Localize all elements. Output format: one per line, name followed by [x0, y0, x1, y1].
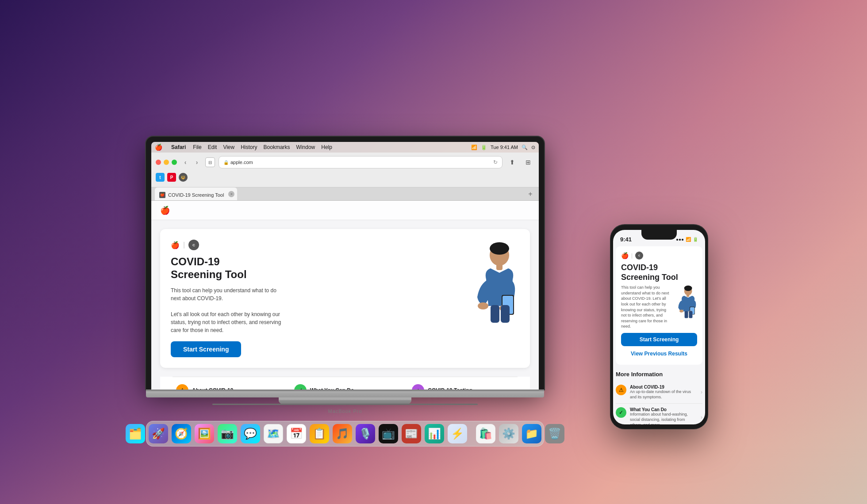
pinterest-icon: P	[170, 175, 173, 180]
share-button[interactable]: ⬆	[506, 156, 518, 168]
address-text[interactable]: apple.com	[230, 160, 253, 165]
macbook-display: 🍎 Safari File Edit View History Bookmark…	[151, 142, 539, 389]
menu-file[interactable]: File	[193, 144, 201, 150]
forward-button[interactable]: ›	[192, 157, 202, 167]
what-you-can-do-icon: ✓	[294, 384, 307, 389]
iphone-view-previous-button[interactable]: View Previous Results	[621, 348, 697, 359]
svg-point-10	[684, 286, 692, 291]
iphone-apple-logo: 🍎	[621, 252, 629, 259]
more-info-item-title-0: About COVID-19	[630, 385, 697, 389]
info-what-you-can-do: ✓ What You Can Do Information about soci…	[291, 384, 400, 389]
svg-rect-8	[496, 264, 503, 270]
close-button[interactable]	[156, 160, 161, 165]
dock-icon-photos[interactable]: 🖼️	[195, 424, 214, 443]
dock-icon-finder[interactable]: 🗂️	[126, 424, 145, 443]
dock: 🗂️ 🚀 🧭 🖼️ 📷 💬 🗺️ 📅 📋 🎵 🎙️ 📺 📰 📊 ⚡ 🛍️ ⚙️ …	[146, 421, 544, 447]
maximize-button[interactable]	[172, 160, 177, 165]
person-illustration-svg	[462, 240, 519, 328]
website-nav: 🍎	[151, 201, 539, 220]
start-screening-button[interactable]: Start Screening	[171, 341, 241, 357]
info-testing-header: + COVID-19 Testing	[412, 384, 514, 389]
apple-menu-icon[interactable]: 🍎	[155, 144, 162, 151]
iphone-website-content: 🍎 | C COVID-19Screening Tool This tool c…	[616, 246, 702, 365]
menu-edit[interactable]: Edit	[208, 144, 217, 150]
info-about-covid: ⚠ About COVID-19 An up-to-date rundown o…	[173, 384, 282, 389]
iphone-person-svg	[673, 285, 697, 320]
menu-bar-right: 📶 🔋 Tue 9:41 AM 🔍 ⊙	[471, 145, 535, 150]
siri-icon[interactable]: ⊙	[531, 145, 535, 150]
bookmarks-bar: t P 🔱	[156, 171, 534, 183]
other-bookmark[interactable]: 🔱	[179, 173, 188, 182]
more-info-item-1[interactable]: ✓ What You Can Do Information about hand…	[616, 404, 702, 424]
more-info-item-0[interactable]: ⚠ About COVID-19 An up-to-date rundown o…	[616, 381, 702, 404]
dock-icon-activity[interactable]: ⚡	[448, 424, 467, 443]
start-screening-label: Start Screening	[183, 346, 229, 353]
info-about-header: ⚠ About COVID-19	[176, 384, 278, 389]
menu-bookmarks[interactable]: Bookmarks	[264, 144, 290, 150]
signal-icon: ●●●	[676, 237, 684, 242]
battery-status-icon: 🔋	[693, 237, 698, 242]
dock-icon-appstore[interactable]: 🛍️	[476, 424, 495, 443]
menu-help[interactable]: Help	[321, 144, 332, 150]
dock-icon-news[interactable]: 📰	[402, 424, 421, 443]
new-tab-from-bar[interactable]: ⊞	[522, 156, 534, 168]
pinterest-bookmark[interactable]: P	[167, 173, 176, 182]
twitter-bookmark[interactable]: t	[156, 173, 165, 182]
menu-history[interactable]: History	[241, 144, 257, 150]
iphone: 9:41 ●●● 📶 🔋 🍎 | C COVID-19Screening Too…	[610, 225, 708, 429]
menu-bar-items: File Edit View History Bookmarks Window …	[193, 144, 332, 150]
dock-icon-maps[interactable]: 🗺️	[264, 424, 283, 443]
safari-menu-item[interactable]: Safari	[171, 144, 186, 150]
sidebar-toggle[interactable]: ⊟	[205, 157, 215, 167]
hero-left: 🍎 | C COVID-19Screening Tool	[171, 240, 453, 357]
info-sections-container: ⚠ About COVID-19 An up-to-date rundown o…	[160, 377, 530, 389]
dock-icon-podcasts[interactable]: 🎙️	[356, 424, 375, 443]
menu-view[interactable]: View	[223, 144, 234, 150]
iphone-illustration	[673, 285, 697, 322]
hero-section: 🍎 | C COVID-19Screening Tool	[160, 229, 530, 368]
reload-icon[interactable]: ↻	[493, 159, 498, 165]
menu-window[interactable]: Window	[296, 144, 315, 150]
dock-icon-music[interactable]: 🎵	[333, 424, 352, 443]
cdc-logo: C	[188, 240, 199, 250]
back-button[interactable]: ‹	[180, 157, 190, 167]
nav-buttons: ‹ ›	[180, 157, 202, 167]
bookmark-icon-3: 🔱	[181, 176, 185, 179]
iphone-view-previous-label: View Previous Results	[631, 351, 687, 357]
menu-bar: 🍎 Safari File Edit View History Bookmark…	[151, 142, 539, 153]
dock-icon-files[interactable]: 📁	[522, 424, 541, 443]
dock-icon-safari[interactable]: 🧭	[172, 424, 191, 443]
dock-icon-trash[interactable]: 🗑️	[545, 424, 564, 443]
svg-point-1	[490, 242, 509, 255]
iphone-start-label: Start Screening	[640, 336, 679, 343]
minimize-button[interactable]	[164, 160, 169, 165]
search-icon[interactable]: 🔍	[522, 145, 528, 150]
iphone-notch	[641, 230, 677, 240]
macbook-screen: 🍎 Safari File Edit View History Bookmark…	[146, 137, 544, 389]
dock-icon-calendar[interactable]: 📅	[287, 424, 306, 443]
hero-logos: 🍎 | C	[171, 240, 453, 250]
cdc-text: C	[192, 243, 195, 247]
safari-window: ‹ › ⊟ 🔒 apple.com ↻	[151, 153, 539, 389]
address-bar[interactable]: 🔒 apple.com ↻	[219, 156, 503, 168]
dock-icon-facetime[interactable]: 📷	[218, 424, 237, 443]
safari-toolbar-row: ‹ › ⊟ 🔒 apple.com ↻	[156, 156, 534, 168]
active-tab[interactable]: 🍎 COVID-19 Screening Tool ×	[155, 187, 237, 200]
svg-rect-15	[685, 311, 688, 318]
info-sections: ⚠ About COVID-19 An up-to-date rundown o…	[173, 377, 518, 389]
iphone-start-screening-button[interactable]: Start Screening	[621, 333, 697, 346]
dock-icon-tv[interactable]: 📺	[379, 424, 398, 443]
traffic-lights	[156, 160, 177, 165]
new-tab-button[interactable]: +	[526, 189, 535, 199]
dock-icon-settings[interactable]: ⚙️	[499, 424, 518, 443]
macbook-hinge	[146, 389, 544, 391]
tab-close-button[interactable]: ×	[228, 191, 234, 197]
svg-rect-6	[491, 305, 499, 323]
dock-icon-notes[interactable]: 📋	[310, 424, 329, 443]
dock-icon-messages[interactable]: 💬	[241, 424, 260, 443]
testing-icon: +	[412, 384, 424, 389]
iphone-body: 9:41 ●●● 📶 🔋 🍎 | C COVID-19Screening Too…	[610, 225, 708, 429]
dock-icon-numbers[interactable]: 📊	[425, 424, 444, 443]
dock-icon-launchpad[interactable]: 🚀	[149, 424, 168, 443]
wifi-status-icon: 📶	[686, 237, 691, 242]
